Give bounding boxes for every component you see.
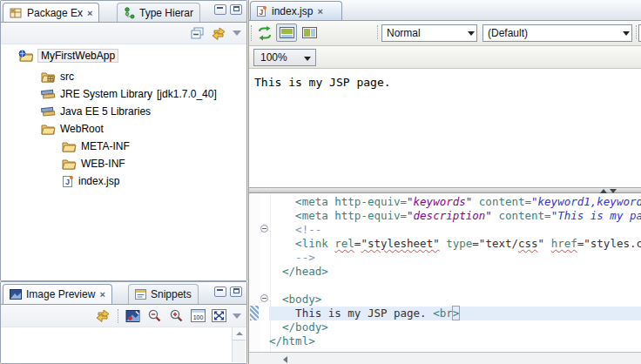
chevron-down-icon [623,31,630,36]
code-text[interactable]: <meta http-equiv="keywords" content="key… [269,195,641,348]
tree-item-src[interactable]: src [41,68,74,85]
quick-diff-marker [250,306,259,320]
code-token: content= [472,195,531,208]
tree-item-label: MyFirstWebApp [37,49,118,63]
code-token: ="text/ [472,237,518,250]
code-line: <body> [269,293,641,307]
collapse-toggle-icon[interactable] [260,225,268,233]
close-icon[interactable]: × [99,290,105,299]
svg-text:J: J [65,178,70,186]
tree-item-web-inf[interactable]: WEB-INF [62,155,125,172]
horizontal-split-layout-button[interactable] [276,24,297,42]
chevron-down-icon [468,31,475,36]
tree-item-jre-library[interactable]: JRE System Library [jdk1.7.0_40] [41,85,217,103]
folder-open-icon [62,158,77,170]
view-menu-button[interactable] [233,30,241,36]
tree-item-webroot[interactable]: WebRoot [41,120,104,138]
horizontal-scrollbar[interactable] [249,352,641,364]
image-preview-view: Image Preview × Snippets [0,281,247,364]
web-project-icon [18,50,33,62]
sync-designer-button[interactable] [257,26,273,41]
code-token: This is my JSP page. [269,307,433,320]
code-token: <link [269,237,334,250]
code-line-current: This is my JSP page. <br> [269,307,641,320]
library-icon [41,88,56,100]
snippets-icon [135,289,146,300]
code-line: </body> [269,320,641,334]
ide-window: Package Ex × Type Hierar [0,0,641,364]
image-preview-content [1,327,246,363]
code-token: "description" [407,209,492,222]
vertical-split-layout-button[interactable] [299,24,320,42]
image-preview-toolbar: 100 [1,305,246,327]
format-dropdown[interactable]: Normal [381,24,477,42]
tab-image-preview[interactable]: Image Preview × [3,284,112,304]
fit-to-window-button[interactable] [212,309,226,322]
editor-tabstrip: J index.jsp × [249,0,641,21]
image-preview-icon [10,289,22,300]
tab-index-jsp[interactable]: J index.jsp × [250,1,342,20]
annotation-ruler[interactable] [249,193,260,352]
close-icon[interactable]: × [87,9,92,17]
code-token: <!-- [269,223,321,236]
collapse-all-button[interactable] [191,27,205,39]
tab-snippets-label: Snippets [151,288,192,300]
scroll-left-arrow[interactable] [283,356,287,363]
link-with-editor-button[interactable] [210,26,227,41]
tree-item-label: JRE System Library [60,88,152,100]
link-with-editor-button[interactable] [94,308,111,323]
zoom-level-value: 100% [260,51,287,64]
tree-item-project[interactable]: MyFirstWebApp [18,47,118,64]
code-token: <body> [269,293,321,306]
code-token: href [551,237,577,250]
minimize-view-button[interactable] [214,4,226,15]
code-line: <!-- [269,223,641,237]
tree-item-meta-inf[interactable]: META-INF [62,138,130,155]
code-token: type [446,237,472,250]
library-icon [41,105,56,118]
code-token: "keywords" [407,195,472,208]
tree-item-label: src [60,71,74,83]
tab-type-hierarchy[interactable]: Type Hierar [117,3,200,22]
tab-snippets[interactable]: Snippets [128,284,199,304]
code-token: </body> [269,320,328,334]
package-explorer-tabstrip: Package Ex × Type Hierar [1,1,246,23]
font-dropdown[interactable]: (Default) [482,24,632,42]
collapse-toggle-icon[interactable] [260,294,268,302]
vertical-scrollbar[interactable] [232,327,246,362]
close-icon[interactable]: × [317,7,322,16]
maximize-view-button[interactable] [230,286,242,297]
font-dropdown-value: (Default) [488,27,528,39]
minimize-view-button[interactable] [214,286,226,297]
code-token: " [538,237,551,250]
tree-item-label: index.jsp [78,175,119,187]
designer-toolbar: Normal (Default) N [249,21,641,46]
design-canvas[interactable]: This is my JSP page. [249,69,641,187]
code-token: <br [433,307,453,320]
tree-item-decoration: [jdk1.7.0_40] [157,88,217,100]
zoom-in-icon[interactable] [169,308,185,323]
design-preview-text: This is my JSP page. [254,76,391,89]
zoom-level-dropdown[interactable]: 100% [253,49,316,66]
design-source-sash[interactable] [249,187,641,193]
tree-item-index-jsp[interactable]: J index.jsp [62,172,119,190]
maximize-view-button[interactable] [230,4,242,15]
zoom-out-icon[interactable] [147,308,163,323]
scroll-up-arrow[interactable] [233,327,246,340]
type-hierarchy-icon [124,7,135,19]
code-line: <link rel="stylesheet" type="text/css" h… [269,237,641,251]
source-editor[interactable]: <meta http-equiv="keywords" content="key… [249,193,641,352]
image-button[interactable] [125,309,141,323]
actual-size-button[interactable]: 100 [191,309,206,322]
folder-open-icon [62,140,77,152]
package-explorer-icon [10,7,23,19]
tab-index-jsp-label: index.jsp [272,5,313,17]
jsp-file-icon: J [62,175,74,188]
tree-item-javaee-libraries[interactable]: Java EE 5 Libraries [41,103,151,120]
code-token: rel [334,237,354,250]
view-menu-button[interactable] [233,313,241,319]
code-token: </html> [269,334,315,347]
code-token: </head> [269,265,328,278]
source-folder-icon [41,71,56,83]
tab-package-explorer[interactable]: Package Ex × [3,3,99,22]
